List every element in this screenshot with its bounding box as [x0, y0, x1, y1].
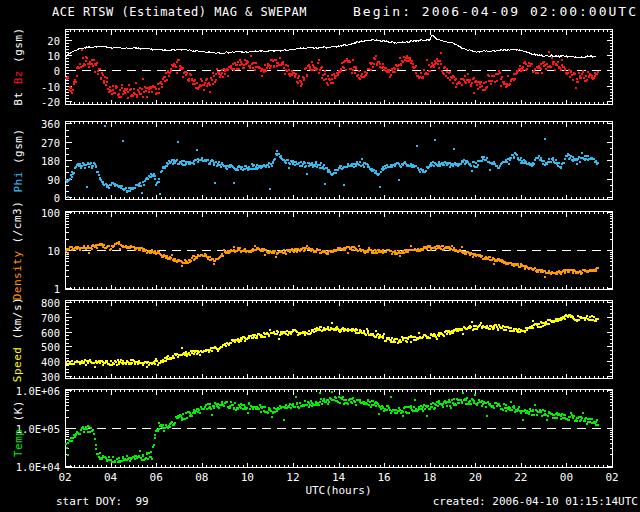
y-tick-label: 100 [41, 207, 60, 219]
y-tick-label: 180 [41, 155, 60, 167]
y-tick-label: 270 [41, 137, 60, 149]
series-temp [65, 391, 598, 462]
y-tick-label: 90 [47, 174, 60, 186]
y-axis-label-part: Density [12, 250, 25, 300]
x-tick-label: 02 [58, 471, 71, 484]
series-speed [65, 314, 598, 367]
x-tick-label: 12 [286, 471, 299, 484]
y-axis-label-part: Bt [12, 84, 25, 105]
y-axis-label-part: (/cm3) [12, 200, 25, 250]
y-axis-label-part: Phi [12, 171, 25, 192]
x-tick-label: 08 [195, 471, 208, 484]
panel-bt-bz: 20100-10-20 [41, 30, 612, 108]
series-bt [65, 35, 596, 58]
x-tick-label: 22 [514, 471, 527, 484]
y-axis-label-speed: Speed (km/s) [0, 300, 36, 378]
y-tick-label: 10 [47, 245, 60, 257]
y-tick-label: 300 [41, 371, 60, 383]
y-axis-label-temp: Temp (K) [0, 389, 36, 467]
y-axis-label-part: Speed [12, 346, 25, 382]
panel-temp: 1.0E+061.0E+051.0E+04 [16, 385, 613, 473]
x-tick-label: 16 [377, 471, 390, 484]
y-tick-label: 360 [41, 118, 60, 130]
x-tick-label: 00 [560, 471, 573, 484]
y-axis-label-density: Density (/cm3) [0, 211, 36, 289]
y-tick-label: 700 [41, 312, 60, 324]
y-axis-label-part: Temp [12, 428, 25, 457]
y-axis-label-part: (K) [12, 400, 25, 429]
y-tick-label: 1 [54, 283, 60, 295]
y-axis-label-part: Bz [12, 70, 25, 84]
y-axis-label-phi: Phi (gsm) [0, 121, 36, 199]
y-axis-label-part: (gsm) [12, 128, 25, 171]
panel-speed: 800700600500400300 [41, 297, 612, 383]
y-axis-label-part: (gsm) [12, 27, 25, 70]
x-tick-label: 10 [241, 471, 254, 484]
x-tick-label: 18 [423, 471, 436, 484]
y-tick-label: 20 [47, 35, 60, 47]
y-tick-label: 600 [41, 327, 60, 339]
x-tick-label: 06 [150, 471, 163, 484]
x-tick-label: 20 [469, 471, 482, 484]
y-tick-label: 0 [54, 192, 60, 204]
y-tick-label: 10 [47, 50, 60, 62]
y-tick-label: 800 [41, 297, 60, 309]
y-tick-label: 0 [54, 65, 60, 77]
x-tick-label: 02 [605, 471, 618, 484]
panel-density: 100101 [41, 207, 612, 295]
y-tick-label: -20 [41, 96, 60, 108]
y-tick-label: 400 [41, 356, 60, 368]
start-doy-label: start DOY: 99 [56, 495, 149, 508]
created-timestamp: created: 2006-04-10 01:15:14UTC [433, 495, 638, 508]
x-tick-label: 04 [104, 471, 118, 484]
y-tick-label: 500 [41, 341, 60, 353]
x-tick-label: 14 [332, 471, 346, 484]
y-axis-label-bt-bz: Bt Bz (gsm) [0, 29, 36, 104]
y-axis-label-part: (km/s) [12, 296, 25, 346]
plot-canvas: 20100-10-2036027018090010010180070060050… [0, 0, 640, 512]
series-bz [65, 49, 598, 98]
ace-rtsw-plot-screen: ACE RTSW (Estimated) MAG & SWEPAM Begin:… [0, 0, 640, 512]
series-phi [65, 125, 598, 197]
panel-phi: 360270180900 [41, 118, 612, 204]
y-tick-label: -10 [41, 81, 60, 93]
series-density [65, 241, 598, 277]
